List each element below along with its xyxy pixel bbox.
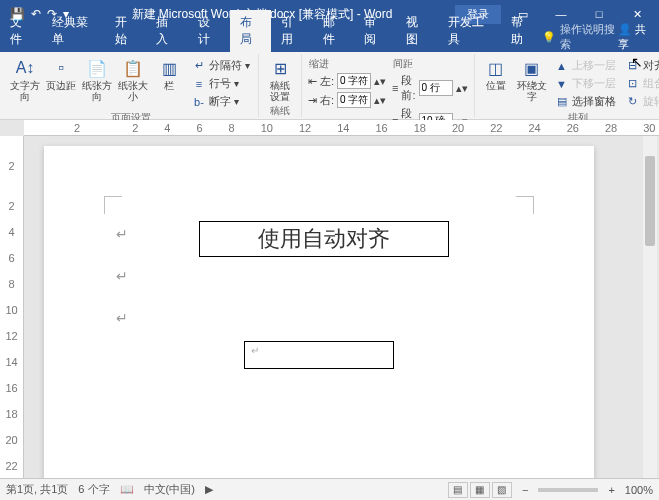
zoom-level[interactable]: 100% bbox=[625, 484, 653, 496]
tab-file[interactable]: 文件 bbox=[0, 10, 42, 52]
group-arrange: ◫位置 ▣环绕文字 ▲上移一层 ▼下移一层 ▤选择窗格 ⊟对齐 ▾ ⊡组合 ↻旋… bbox=[475, 54, 659, 117]
textbox-small[interactable]: ↵ bbox=[244, 341, 394, 369]
share-button[interactable]: 👤 共享 bbox=[618, 22, 653, 52]
status-bar: 第1页, 共1页 6 个字 📖 中文(中国) ▶ ▤ ▦ ▧ − + 100% bbox=[0, 478, 659, 500]
tab-insert[interactable]: 插入 bbox=[146, 10, 188, 52]
tab-home[interactable]: 开始 bbox=[105, 10, 147, 52]
zoom-in-button[interactable]: + bbox=[608, 484, 614, 496]
breaks-button[interactable]: ↵分隔符 ▾ bbox=[189, 57, 253, 74]
status-page[interactable]: 第1页, 共1页 bbox=[6, 482, 68, 497]
selection-pane-button[interactable]: ▤选择窗格 bbox=[552, 93, 619, 110]
tab-review[interactable]: 审阅 bbox=[354, 10, 396, 52]
scrollbar-thumb[interactable] bbox=[645, 156, 655, 246]
group-paper: ⊞稿纸 设置 稿纸 bbox=[259, 54, 302, 117]
bring-forward-button: ▲上移一层 bbox=[552, 57, 619, 74]
tab-classic[interactable]: 经典菜单 bbox=[42, 10, 105, 52]
document-area[interactable]: ↵ ↵ ↵ 使用自动对齐 ↵ bbox=[24, 136, 659, 500]
indent-right-spinner[interactable]: ⇥右:▴▾ bbox=[307, 91, 387, 109]
send-backward-button: ▼下移一层 bbox=[552, 75, 619, 92]
status-language[interactable]: 中文(中国) bbox=[144, 482, 195, 497]
margin-corner-tr bbox=[516, 196, 534, 214]
tab-help[interactable]: 帮助 bbox=[501, 10, 543, 52]
group-page-setup: A↕文字方向 ▫页边距 📄纸张方向 📋纸张大小 ▥栏 ↵分隔符 ▾ ≡行号 ▾ … bbox=[4, 54, 259, 117]
line-numbers-button[interactable]: ≡行号 ▾ bbox=[189, 75, 253, 92]
zoom-slider[interactable] bbox=[538, 488, 598, 492]
page[interactable]: ↵ ↵ ↵ 使用自动对齐 ↵ bbox=[44, 146, 594, 500]
orientation-button[interactable]: 📄纸张方向 bbox=[80, 56, 114, 104]
ribbon-tabs: 文件 经典菜单 开始 插入 设计 布局 引用 邮件 审阅 视图 开发工具 帮助 … bbox=[0, 28, 659, 52]
paragraph-marks: ↵ ↵ ↵ bbox=[116, 226, 128, 352]
columns-button[interactable]: ▥栏 bbox=[152, 56, 186, 93]
text-direction-button[interactable]: A↕文字方向 bbox=[8, 56, 42, 104]
margin-corner-tl bbox=[104, 196, 122, 214]
tell-me-search[interactable]: 💡操作说明搜索 bbox=[542, 22, 618, 52]
paper-setup-button[interactable]: ⊞稿纸 设置 bbox=[263, 56, 297, 104]
size-button[interactable]: 📋纸张大小 bbox=[116, 56, 150, 104]
hyphenation-button[interactable]: b-断字 ▾ bbox=[189, 93, 253, 110]
status-spellcheck-icon[interactable]: 📖 bbox=[120, 483, 134, 496]
status-macro-icon[interactable]: ▶ bbox=[205, 483, 213, 496]
tab-references[interactable]: 引用 bbox=[271, 10, 313, 52]
vertical-scrollbar[interactable] bbox=[643, 136, 657, 478]
wrap-text-button: ▣环绕文字 bbox=[515, 56, 549, 104]
view-web-button[interactable]: ▧ bbox=[492, 482, 512, 498]
rotate-button: ↻旋转 bbox=[623, 93, 659, 110]
group-paragraph: 缩进 ⇤左:▴▾ ⇥右:▴▾ 间距 ≡段前:▴▾ ≡段后:▴▾ 段落 bbox=[302, 54, 475, 117]
horizontal-ruler[interactable]: 2246810121416182022242628303234363840424… bbox=[24, 120, 659, 136]
status-words[interactable]: 6 个字 bbox=[78, 482, 109, 497]
group-button: ⊡组合 bbox=[623, 75, 659, 92]
tab-layout[interactable]: 布局 bbox=[230, 10, 272, 52]
tab-mailings[interactable]: 邮件 bbox=[313, 10, 355, 52]
indent-left-spinner[interactable]: ⇤左:▴▾ bbox=[307, 72, 387, 90]
margins-button[interactable]: ▫页边距 bbox=[44, 56, 78, 93]
lightbulb-icon: 💡 bbox=[542, 31, 556, 44]
tab-view[interactable]: 视图 bbox=[396, 10, 438, 52]
view-read-button[interactable]: ▤ bbox=[448, 482, 468, 498]
tab-developer[interactable]: 开发工具 bbox=[438, 10, 501, 52]
textbox-main[interactable]: 使用自动对齐 bbox=[199, 221, 449, 257]
position-button: ◫位置 bbox=[479, 56, 513, 93]
ribbon: A↕文字方向 ▫页边距 📄纸张方向 📋纸张大小 ▥栏 ↵分隔符 ▾ ≡行号 ▾ … bbox=[0, 52, 659, 120]
tab-design[interactable]: 设计 bbox=[188, 10, 230, 52]
view-print-button[interactable]: ▦ bbox=[470, 482, 490, 498]
zoom-out-button[interactable]: − bbox=[522, 484, 528, 496]
vertical-ruler[interactable]: 2246810121416182022242628 bbox=[0, 136, 24, 500]
space-before-spinner[interactable]: ≡段前:▴▾ bbox=[391, 72, 468, 104]
align-button[interactable]: ⊟对齐 ▾ bbox=[623, 57, 659, 74]
